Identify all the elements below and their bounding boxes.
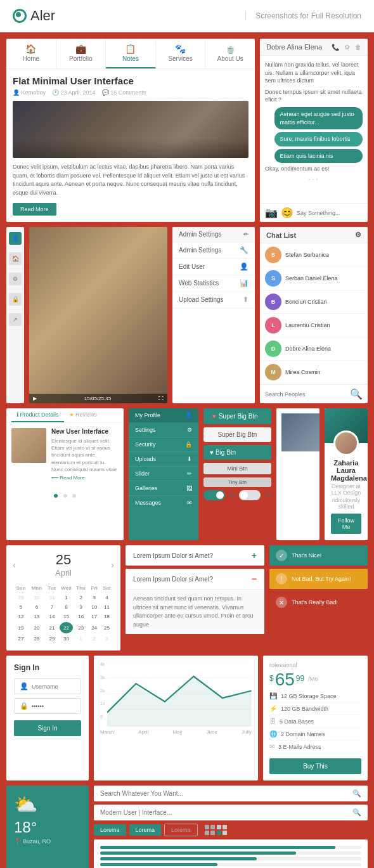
- nav-about[interactable]: 🍵 About Us: [205, 39, 255, 68]
- cal-day[interactable]: 13: [29, 612, 44, 621]
- cal-day[interactable]: 25: [101, 622, 113, 633]
- cal-day[interactable]: 12: [14, 612, 28, 621]
- admin-edit-icon[interactable]: ✏: [243, 231, 248, 238]
- menu-my-profile[interactable]: My Profile 👤: [129, 408, 198, 423]
- cal-day[interactable]: 14: [46, 612, 58, 621]
- menu-slider[interactable]: Slider ✏: [129, 467, 198, 481]
- delete-icon[interactable]: 🗑: [355, 44, 361, 51]
- super-big-button[interactable]: Super Big Btn: [203, 427, 271, 442]
- tag-3[interactable]: Lorema: [164, 824, 198, 836]
- cal-day[interactable]: 3: [89, 593, 99, 602]
- cal-day[interactable]: 3: [101, 635, 113, 643]
- buy-button[interactable]: Buy This: [269, 758, 361, 774]
- admin-item-stats[interactable]: Web Statistics 📊: [172, 275, 255, 292]
- cal-day[interactable]: 20: [29, 622, 44, 633]
- cal-day[interactable]: 30: [60, 635, 73, 643]
- password-input[interactable]: [32, 703, 75, 709]
- sidebar-icon-share[interactable]: ↗: [9, 313, 22, 326]
- chat-list-item-5[interactable]: D Dobre Alina Elena: [260, 337, 368, 361]
- cal-today[interactable]: 22: [60, 622, 73, 633]
- tag-1[interactable]: Lorema: [94, 824, 126, 836]
- user-profile-card: Zaharia Laura Magdalena Designer at LLX …: [325, 408, 368, 540]
- cal-day[interactable]: 1: [60, 593, 73, 602]
- fullscreen-icon[interactable]: ⛶: [158, 396, 164, 401]
- cal-day[interactable]: 7: [46, 603, 58, 611]
- phone-icon[interactable]: 📞: [332, 44, 339, 51]
- cal-day[interactable]: 19: [14, 622, 28, 633]
- exclamation-icon: !: [276, 573, 287, 585]
- cal-day[interactable]: 11: [101, 603, 113, 611]
- chat-list-item-3[interactable]: B Bonciun Cristian: [260, 290, 368, 314]
- toggle-on[interactable]: [203, 490, 225, 500]
- username-input[interactable]: [32, 683, 75, 690]
- cal-day[interactable]: 4: [101, 593, 113, 602]
- accordion-header-2[interactable]: Lorem Ipsum Dolor si Amet? −: [126, 569, 264, 589]
- cal-day[interactable]: 2: [89, 635, 99, 643]
- menu-messages[interactable]: Messages ✉: [129, 496, 198, 510]
- cal-day[interactable]: 29: [14, 593, 28, 602]
- sidebar-icon-settings[interactable]: ⚙: [9, 273, 22, 285]
- tab-reviews[interactable]: ★ Reviews: [64, 408, 103, 422]
- accordion-header-1[interactable]: Lorem Ipsum Dolor si Amet? +: [126, 545, 264, 566]
- settings-icon[interactable]: ⚙: [344, 44, 350, 51]
- nav-notes[interactable]: 📋 Notes: [106, 39, 156, 68]
- cal-day[interactable]: 28: [29, 635, 44, 643]
- cal-day[interactable]: 31: [46, 593, 58, 602]
- chat-list-item-2[interactable]: S Serban Daniel Elena: [260, 267, 368, 290]
- product-read-more[interactable]: ⟵ Read More: [51, 475, 119, 481]
- cal-day[interactable]: 23: [74, 622, 88, 633]
- chat-list-settings-icon[interactable]: ⚙: [355, 231, 361, 239]
- menu-settings[interactable]: Settings ⚙: [129, 423, 198, 437]
- cal-day[interactable]: 29: [46, 635, 58, 643]
- cal-day[interactable]: 27: [14, 635, 28, 643]
- cal-prev-button[interactable]: ‹: [13, 560, 16, 570]
- cal-day[interactable]: 5: [14, 603, 28, 611]
- menu-security[interactable]: Security 🔒: [129, 437, 198, 452]
- chat-input[interactable]: [297, 210, 368, 216]
- tab-product-details[interactable]: ℹ Product Details: [11, 408, 64, 422]
- cal-day[interactable]: 1: [74, 635, 88, 643]
- follow-button[interactable]: Follow Me: [331, 514, 361, 534]
- toggle-off[interactable]: [239, 490, 261, 500]
- big-heart-button[interactable]: ♥ Big Btn: [203, 445, 271, 460]
- nav-services[interactable]: 🐾 Services: [156, 39, 206, 68]
- menu-uploads[interactable]: Uploads ⬇: [129, 452, 198, 467]
- blog-title: Flat Minimal User Interface: [13, 75, 248, 86]
- nav-portfolio[interactable]: 💼 Portfolio: [56, 39, 106, 68]
- cal-day[interactable]: 30: [29, 593, 44, 602]
- cal-day[interactable]: 10: [89, 603, 99, 611]
- cal-day[interactable]: 21: [46, 622, 58, 633]
- sidebar-icon-user[interactable]: 👤: [9, 232, 22, 245]
- admin-item-edituser[interactable]: Edit User 👤: [172, 259, 255, 275]
- super-big-heart-button[interactable]: ♥ Super Big Btn: [203, 408, 271, 424]
- search-input-2[interactable]: [100, 809, 349, 816]
- cal-day[interactable]: 16: [74, 612, 88, 621]
- mini-button[interactable]: Mini Btn: [203, 463, 271, 474]
- cal-day[interactable]: 15: [60, 612, 73, 621]
- read-more-button[interactable]: Read More: [13, 203, 56, 216]
- cal-day[interactable]: 24: [89, 622, 99, 633]
- sidebar-icon-home[interactable]: 🏠: [9, 252, 22, 265]
- chat-list-item-4[interactable]: L Laurentiu Cristian: [260, 314, 368, 337]
- cal-day[interactable]: 8: [60, 603, 73, 611]
- cal-day[interactable]: 6: [29, 603, 44, 611]
- tiny-button[interactable]: Tiny Btn: [203, 477, 271, 487]
- nav-home[interactable]: 🏠 Home: [6, 39, 56, 68]
- tag-2[interactable]: Lorema: [129, 824, 162, 836]
- cal-day[interactable]: 2: [74, 593, 88, 602]
- chat-list-item-1[interactable]: S Stefan Serbanica: [260, 243, 368, 267]
- search-input-1[interactable]: [100, 790, 349, 797]
- admin-item-settings[interactable]: Admin Settings 🔧: [172, 242, 255, 259]
- sidebar-icon-lock[interactable]: 🔒: [9, 293, 22, 306]
- admin-item-upload[interactable]: Upload Settings ⬆: [172, 292, 255, 308]
- chat-list-item-6[interactable]: M Mirea Cosmin: [260, 361, 368, 384]
- cal-next-button[interactable]: ›: [111, 560, 114, 570]
- cal-day[interactable]: 17: [89, 612, 99, 621]
- search-people-input[interactable]: [265, 391, 347, 398]
- cal-day[interactable]: 18: [101, 612, 113, 621]
- cal-day[interactable]: 9: [74, 603, 88, 611]
- chart-icon: 📊: [240, 279, 248, 287]
- signin-button[interactable]: Sign In: [14, 720, 81, 736]
- play-icon[interactable]: ▶: [33, 396, 37, 401]
- menu-galleries[interactable]: Galleries 🖼: [129, 481, 198, 496]
